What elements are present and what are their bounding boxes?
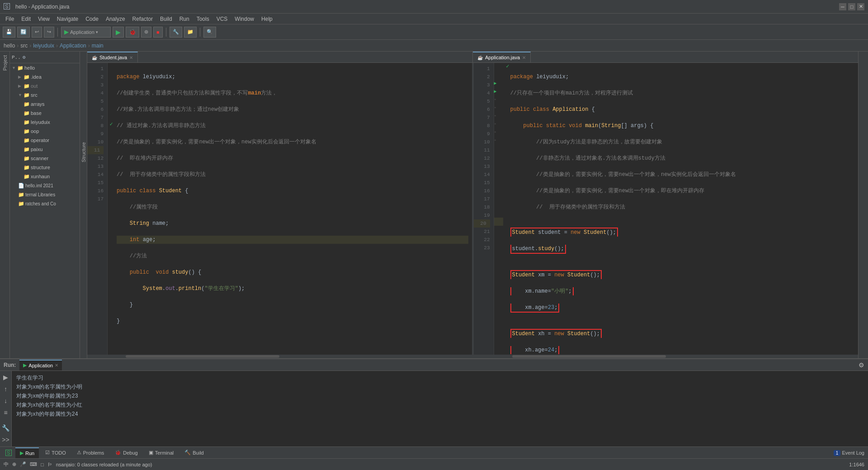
- tab-student-close[interactable]: ✕: [129, 55, 133, 60]
- left-editor-inner[interactable]: 1 2 3 4 5 6 7 8 9 10 11 12 13: [87, 63, 472, 355]
- tree-item-structure[interactable]: 📁 structure: [10, 163, 80, 172]
- bottom-tab-debug[interactable]: 🐞 Debug: [110, 447, 142, 458]
- rln-12: 12: [474, 154, 490, 162]
- menu-refactor[interactable]: Refactor: [129, 15, 156, 23]
- rln-6: 6: [474, 105, 490, 114]
- bottom-tab-run[interactable]: ▶ Run: [15, 447, 39, 458]
- tab-student-java[interactable]: ☕ Student.java ✕: [87, 52, 138, 62]
- tree-item-hello[interactable]: ▼ 📁 hello: [10, 63, 80, 72]
- search-everywhere-button[interactable]: 🔍: [203, 27, 216, 38]
- run-settings-icon[interactable]: ⚙: [859, 361, 864, 369]
- title-bar: 🅂 hello - Application.java ─ □ ✕: [0, 0, 868, 14]
- breadcrumb-application[interactable]: Application: [60, 43, 86, 49]
- tab-application-java[interactable]: ☕ Application.java ✕: [473, 52, 531, 62]
- run-scroll-down-button[interactable]: ↓: [1, 396, 10, 405]
- breadcrumb-hello[interactable]: hello: [4, 43, 15, 49]
- rln-5: 5: [474, 97, 490, 105]
- bottom-tab-problems[interactable]: ⚠ Problems: [72, 447, 108, 458]
- rln-15: 15: [474, 179, 490, 187]
- folder-libraries-icon: 📁: [18, 192, 24, 198]
- tab-application-close[interactable]: ✕: [522, 55, 526, 60]
- stop-button[interactable]: ■: [153, 27, 163, 38]
- run-arrow-3[interactable]: ▶: [494, 79, 503, 87]
- status-icon-flag: 🏳: [47, 462, 52, 467]
- run-rerun-button[interactable]: ▶: [1, 373, 10, 382]
- event-log-link[interactable]: 1 Event Log: [834, 450, 864, 456]
- run-wrench-button[interactable]: 🔧: [1, 423, 10, 432]
- minimize-button[interactable]: ─: [839, 3, 846, 10]
- breadcrumb: hello › src › leiyuduix › Application › …: [0, 40, 868, 52]
- bottom-left-icon: 🅂: [5, 449, 12, 456]
- bottom-tab-terminal[interactable]: ▣ Terminal: [144, 447, 179, 458]
- folder-hello-icon: 📁: [17, 65, 24, 71]
- redo-button[interactable]: ↪: [44, 27, 54, 38]
- right-code-content[interactable]: package leiyuduix; //只存在一个项目中有main方法，对程序…: [509, 63, 859, 355]
- tree-item-arrays[interactable]: 📁 arrays: [10, 100, 80, 109]
- bottom-tab-problems-label: Problems: [83, 450, 104, 456]
- sdk-button[interactable]: 🔧: [170, 27, 182, 38]
- tree-item-src[interactable]: ▼ 📁 src: [10, 90, 80, 100]
- menu-tools[interactable]: Tools: [193, 15, 213, 23]
- folder-leiyuduix-icon: 📁: [24, 119, 30, 125]
- tree-item-idea[interactable]: ▶ 📁 .idea: [10, 72, 80, 81]
- tree-item-out[interactable]: ▶ 📁 out: [10, 81, 80, 90]
- file-tab-app-icon: ☕: [477, 55, 483, 60]
- tree-item-base[interactable]: 📁 base: [10, 109, 80, 118]
- run-config-selector[interactable]: ▶ Application ▾: [61, 27, 111, 38]
- app-icon: 🅂: [4, 3, 10, 10]
- menu-window[interactable]: Window: [231, 15, 258, 23]
- project-structure-button[interactable]: 📁: [184, 27, 197, 38]
- sync-button[interactable]: 🔄: [17, 27, 30, 38]
- run-coverage-button[interactable]: ⊛: [141, 27, 151, 38]
- menu-analyze[interactable]: Analyze: [102, 15, 129, 23]
- run-forward-button[interactable]: >>: [1, 435, 10, 444]
- folder-oop-icon: 📁: [24, 128, 30, 134]
- breadcrumb-src[interactable]: src: [20, 43, 28, 49]
- tree-item-paixu[interactable]: 📁 paixu: [10, 145, 80, 154]
- run-button[interactable]: ▶: [113, 27, 124, 38]
- rln-23: 23: [474, 244, 490, 252]
- run-format-button[interactable]: ≡: [1, 408, 10, 417]
- tree-item-leiyuduix[interactable]: 📁 leiyuduix: [10, 118, 80, 127]
- bottom-tab-build[interactable]: 🔨 Build: [180, 447, 208, 458]
- save-all-button[interactable]: 💾: [3, 27, 15, 38]
- menu-run[interactable]: Run: [176, 15, 193, 23]
- bottom-tabs: 🅂 ▶ Run ☑ TODO ⚠ Problems 🐞 Debug ▣ Term…: [0, 446, 868, 458]
- close-button[interactable]: ✕: [857, 3, 864, 10]
- rln-17: 17: [474, 195, 490, 203]
- left-code-content[interactable]: package leiyuduix; //创建学生类，普通类中只包括方法和属性字…: [115, 63, 472, 355]
- build-icon: 🔨: [184, 450, 191, 456]
- menu-edit[interactable]: Edit: [18, 15, 34, 23]
- debug-button[interactable]: 🐞: [126, 27, 139, 38]
- project-tab[interactable]: Project: [2, 55, 8, 71]
- undo-button[interactable]: ↩: [32, 27, 42, 38]
- run-scroll-up-button[interactable]: ↑: [1, 385, 10, 394]
- tree-item-helloiml[interactable]: 📄 hello.iml 2021: [10, 181, 80, 190]
- right-scrollbar[interactable]: [474, 355, 859, 358]
- menu-build[interactable]: Build: [156, 15, 176, 23]
- tree-item-operator[interactable]: 📁 operator: [10, 136, 80, 145]
- menu-navigate[interactable]: Navigate: [53, 15, 82, 23]
- run-tab-close[interactable]: ✕: [55, 363, 58, 368]
- menu-code[interactable]: Code: [82, 15, 102, 23]
- bottom-tab-todo[interactable]: ☑ TODO: [41, 447, 71, 458]
- tree-item-xunhaun[interactable]: 📁 xunhaun: [10, 172, 80, 181]
- breadcrumb-leiyuduix[interactable]: leiyuduix: [33, 43, 54, 49]
- maximize-button[interactable]: □: [848, 3, 855, 10]
- tree-item-oop[interactable]: 📁 oop: [10, 127, 80, 136]
- breadcrumb-main[interactable]: main: [92, 43, 104, 49]
- structure-tab[interactable]: Structure: [81, 142, 86, 162]
- run-tab-application[interactable]: ▶ Application ✕: [19, 360, 62, 370]
- tree-item-scratches[interactable]: 📁 ratches and Co: [10, 199, 80, 208]
- menu-view[interactable]: View: [34, 15, 53, 23]
- right-editor-inner[interactable]: 1 2 3 4 5 6 7 8 9 10 11 12 13: [474, 63, 859, 355]
- left-scrollbar[interactable]: [87, 355, 472, 358]
- tree-item-libraries[interactable]: 📁 ternal Libraries: [10, 190, 80, 199]
- menu-file[interactable]: File: [2, 15, 18, 23]
- tree-item-scanner[interactable]: 📁 scanner: [10, 154, 80, 163]
- menu-vcs[interactable]: VCS: [213, 15, 231, 23]
- sidebar-settings-icon[interactable]: ⚙: [23, 54, 26, 60]
- menu-help[interactable]: Help: [258, 15, 276, 23]
- run-arrow-4[interactable]: ▶: [494, 87, 503, 95]
- tree-label-leiyuduix: leiyuduix: [31, 119, 50, 125]
